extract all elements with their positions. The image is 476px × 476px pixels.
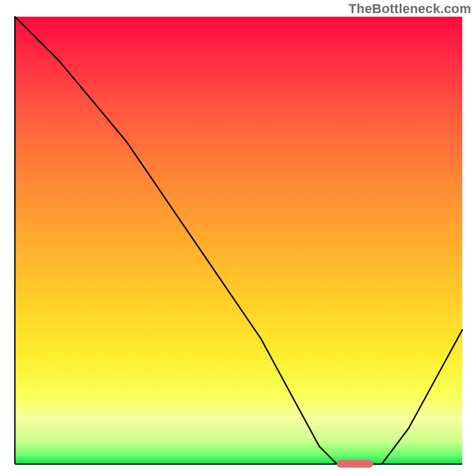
optimum-marker (337, 460, 372, 468)
curve-path (15, 17, 462, 464)
chart-stage: TheBottleneck.com (0, 0, 476, 476)
plot-area (15, 17, 462, 464)
chart-svg (15, 17, 462, 464)
axes (15, 17, 462, 464)
bottleneck-curve (15, 17, 462, 464)
watermark-text: TheBottleneck.com (349, 1, 471, 17)
